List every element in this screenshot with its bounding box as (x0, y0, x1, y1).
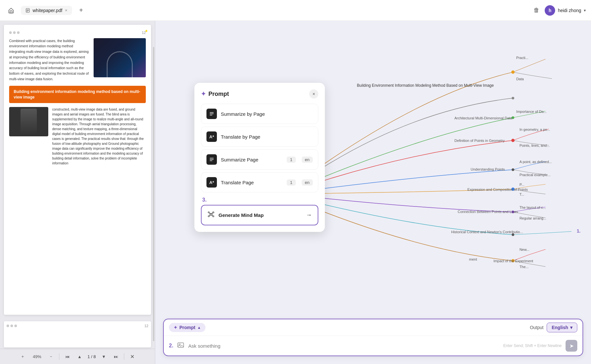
svg-text:Points, lines, and...: Points, lines, and... (520, 144, 550, 147)
next-page-button[interactable]: ▼ (100, 353, 108, 360)
prev-page-button[interactable]: ▲ (75, 353, 83, 360)
page-info: 1 / 8 (87, 354, 96, 359)
svg-text:ment: ment (469, 257, 477, 261)
user-badge[interactable]: h heidi zhong ▾ (545, 5, 586, 16)
pdf-panel: 12 Combined with practical cases, the bu… (0, 21, 155, 364)
summarize-page-badge-lang: en (302, 157, 313, 163)
output-label: Output (530, 325, 543, 330)
arrow-icon: → (306, 212, 312, 219)
translate-page-item[interactable]: A* Translate Page 1 en (201, 172, 318, 192)
svg-text:Impact of the Experiment: Impact of the Experiment (493, 259, 533, 263)
modal-close-button[interactable]: × (309, 89, 318, 99)
pdf-image (94, 38, 146, 77)
tab-close-button[interactable]: × (65, 8, 68, 13)
summarize-page-icon (206, 154, 217, 165)
translate-by-page-label: Translate by Page (221, 134, 313, 140)
summarize-by-page-item[interactable]: Summarize by Page (201, 104, 318, 124)
svg-point-45 (213, 216, 214, 217)
pdf-dot-2 (13, 31, 16, 34)
svg-point-6 (512, 97, 514, 99)
svg-rect-50 (178, 343, 184, 347)
output-lang-label: English (552, 325, 568, 330)
spark-icon: ✦ (201, 90, 206, 98)
svg-text:Expression and Composition of : Expression and Composition of Points (467, 188, 528, 191)
step1-label: 1. (577, 228, 581, 234)
generate-mindmap-button[interactable]: Generate Mind Map → (201, 205, 318, 225)
home-icon (8, 7, 14, 14)
svg-text:In geometry, a po...: In geometry, a po... (520, 128, 550, 131)
pdf-bottom-image (9, 107, 48, 136)
translate-page-badge-lang: en (302, 179, 313, 186)
send-button[interactable]: ➤ (566, 340, 577, 352)
pdf-dot-4 (7, 325, 9, 327)
prompt-toggle-button[interactable]: ✦ Prompt ▲ (169, 323, 205, 332)
svg-rect-35 (210, 112, 214, 113)
generate-mindmap-label: Generate Mind Map (219, 212, 264, 218)
image-icon (177, 341, 184, 350)
pdf-close-button[interactable]: ✕ (128, 353, 136, 360)
add-tab-button[interactable]: + (76, 5, 86, 16)
prompt-toggle-label: Prompt (179, 325, 195, 330)
pdf-dot-1 (9, 31, 12, 34)
bottom-input-bar: ✦ Prompt ▲ Output English ▾ 2. (163, 319, 583, 356)
prompt-modal-title: ✦ Prompt (201, 90, 229, 98)
svg-point-12 (512, 234, 514, 236)
first-page-button[interactable]: ⏮ (63, 353, 71, 360)
prev-page-icon: ▲ (77, 354, 82, 359)
pdf-top-bar: 12 (9, 30, 146, 36)
divider-1 (59, 353, 59, 360)
translate-page-label: Translate Page (221, 180, 283, 185)
svg-text:A point, as defined...: A point, as defined... (520, 160, 552, 164)
pdf-tab[interactable]: whitepaper.pdf × (21, 6, 72, 15)
svg-rect-38 (210, 158, 214, 159)
pdf-scrollbar[interactable] (153, 47, 154, 341)
pdf-page-number-2: 12 (144, 324, 148, 328)
list-icon-2 (209, 157, 214, 162)
plus-icon: ＋ (21, 354, 25, 359)
summarize-by-page-icon (206, 109, 217, 119)
svg-rect-40 (210, 160, 212, 161)
output-language-button[interactable]: English ▾ (547, 323, 577, 332)
first-page-icon: ⏮ (65, 354, 69, 359)
summarize-page-item[interactable]: Summarize Page 1 en (201, 149, 318, 170)
step2-label: 2. (169, 343, 173, 349)
svg-point-9 (512, 168, 514, 171)
translate-page-badge-num: 1 (287, 179, 296, 186)
image-svg-icon (177, 341, 184, 349)
svg-point-51 (179, 344, 180, 345)
home-button[interactable] (5, 5, 17, 16)
top-bar: whitepaper.pdf × + 🗑 h heidi zhong ▾ (0, 0, 591, 21)
enter-hint: Enter Send; Shift + Enter Newline (503, 343, 562, 348)
zoom-in-button[interactable]: ＋ (19, 352, 27, 361)
mindmap-icon (207, 211, 215, 220)
top-bar-right: 🗑 h heidi zhong ▾ (534, 5, 586, 16)
summarize-page-badge-num: 1 (287, 157, 296, 163)
zoom-out-button[interactable]: － (47, 352, 55, 361)
svg-line-49 (212, 215, 213, 216)
translate-page-icon: A* (206, 177, 217, 188)
translate-by-page-item[interactable]: A* Translate by Page (201, 127, 318, 147)
pdf-content-area: Combined with practical cases, the build… (9, 38, 146, 82)
divider-2 (124, 353, 124, 360)
summarize-by-page-label: Summarize by Page (221, 111, 313, 117)
ask-input[interactable] (188, 343, 499, 349)
svg-text:Historical Context and Newton': Historical Context and Newton's Contribu… (451, 230, 523, 234)
lang-chevron-icon: ▾ (570, 325, 572, 330)
svg-text:The layout of c...: The layout of c... (520, 205, 546, 209)
pdf-page-view: 12 Combined with practical cases, the bu… (0, 21, 155, 319)
svg-rect-37 (210, 115, 212, 115)
pdf-page-2-preview: 12 (0, 319, 155, 349)
trash-button[interactable]: 🗑 (534, 7, 539, 14)
svg-point-44 (208, 216, 209, 217)
bottom-input-top: ✦ Prompt ▲ Output English ▾ (164, 319, 583, 336)
svg-text:Importance of Da...: Importance of Da... (516, 110, 547, 114)
svg-text:Practical example...: Practical example... (520, 173, 551, 177)
svg-rect-0 (10, 11, 12, 13)
next-page-icon: ▼ (102, 354, 106, 359)
user-avatar: h (545, 5, 555, 16)
generate-mindmap-left: Generate Mind Map (207, 211, 264, 220)
svg-point-41 (210, 213, 212, 215)
last-page-button[interactable]: ⏭ (112, 353, 120, 360)
pdf-card: 12 Combined with practical cases, the bu… (4, 25, 151, 315)
zoom-level[interactable]: 49% (31, 353, 43, 360)
